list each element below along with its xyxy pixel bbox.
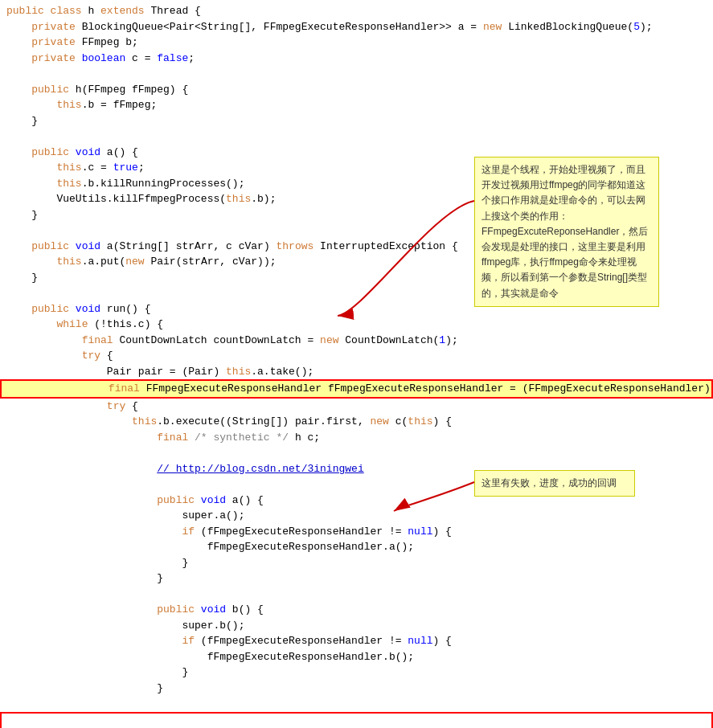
code-line-1: public class h extends Thread { (0, 3, 713, 19)
code-line-23: try { (0, 348, 713, 364)
code-line-5 (0, 66, 713, 82)
code-line-27: this.b.execute((String[]) pair.first, ne… (0, 414, 713, 430)
code-line-25: final FFmpegExecuteResponseHandler fFmpe… (0, 379, 713, 399)
code-line-42: fFmpegExecuteResponseHandler.b(); (0, 649, 713, 665)
code-line-26: try { (0, 399, 713, 415)
code-line-43: } (0, 665, 713, 681)
code-line-8: } (0, 113, 713, 129)
code-line-37: } (0, 571, 713, 587)
code-line-7: this.b = fFmpeg; (0, 97, 713, 113)
code-line-44: } (0, 681, 713, 697)
code-line-35: fFmpegExecuteResponseHandler.a(); (0, 539, 713, 555)
annotation-thread-processing: 这里是个线程，开始处理视频了，而且开发过视频用过ffmpeg的同学都知道这个接口… (474, 157, 659, 307)
code-line-46: public void onFailure(String str) { (0, 712, 713, 729)
code-line-41: if (fFmpegExecuteResponseHandler != null… (0, 633, 713, 649)
code-line-21: while (!this.c) { (0, 317, 713, 333)
code-line-45 (0, 696, 713, 712)
code-line-3: private FFmpeg b; (0, 35, 713, 51)
code-line-38 (0, 587, 713, 603)
annotation-callback: 这里有失败，进度，成功的回调 (474, 470, 635, 497)
code-line-9 (0, 129, 713, 145)
code-line-24: Pair pair = (Pair) this.a.take(); (0, 364, 713, 380)
code-line-28: final /* synthetic */ h c; (0, 430, 713, 446)
code-line-22: final CountDownLatch countDownLatch = ne… (0, 333, 713, 349)
code-line-36: } (0, 555, 713, 571)
code-container: public class h extends Thread { private … (0, 0, 713, 728)
code-line-34: if (fFmpegExecuteResponseHandler != null… (0, 524, 713, 540)
code-line-29 (0, 445, 713, 461)
code-line-6: public h(FFmpeg fFmpeg) { (0, 82, 713, 98)
code-line-40: super.b(); (0, 618, 713, 634)
code-line-39: public void b() { (0, 602, 713, 618)
code-line-33: super.a(); (0, 508, 713, 524)
code-line-2: private BlockingQueue<Pair<String[], FFm… (0, 19, 713, 35)
code-line-4: private boolean c = false; (0, 51, 713, 67)
